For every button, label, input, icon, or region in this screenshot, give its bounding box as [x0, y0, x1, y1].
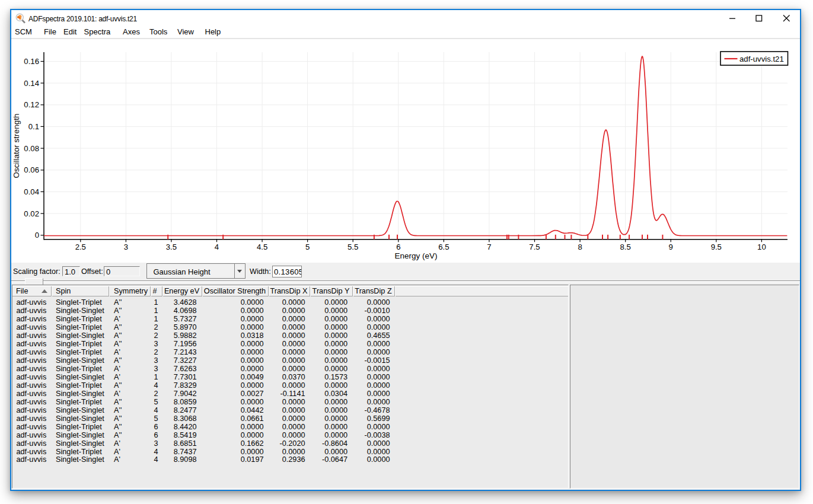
svg-text:0.1: 0.1	[28, 122, 39, 131]
svg-text:9.5: 9.5	[711, 243, 722, 251]
svg-text:0.16: 0.16	[24, 57, 39, 66]
svg-text:4.5: 4.5	[257, 243, 267, 251]
svg-text:0.06: 0.06	[24, 165, 39, 174]
svg-text:4: 4	[215, 243, 219, 251]
svg-text:6.5: 6.5	[438, 243, 449, 251]
svg-text:8.5: 8.5	[620, 243, 631, 251]
svg-text:0: 0	[35, 231, 39, 240]
svg-text:Energy (eV): Energy (eV)	[394, 251, 437, 260]
svg-text:0.12: 0.12	[24, 100, 39, 109]
svg-text:7: 7	[487, 243, 491, 251]
svg-text:10: 10	[757, 243, 766, 251]
svg-text:5.5: 5.5	[347, 243, 358, 251]
svg-text:0.08: 0.08	[24, 144, 39, 153]
svg-text:2.5: 2.5	[75, 243, 86, 251]
svg-text:0.14: 0.14	[24, 79, 39, 88]
svg-text:6: 6	[396, 243, 400, 251]
svg-text:7.5: 7.5	[529, 243, 540, 251]
svg-text:9: 9	[669, 243, 673, 251]
svg-text:5: 5	[305, 243, 310, 251]
svg-text:3: 3	[124, 243, 128, 251]
svg-text:0.04: 0.04	[24, 187, 39, 196]
svg-text:8: 8	[578, 243, 582, 251]
svg-text:3.5: 3.5	[166, 243, 177, 251]
svg-text:adf-uvvis.t21: adf-uvvis.t21	[739, 55, 784, 63]
svg-text:Oscillator strength: Oscillator strength	[12, 114, 21, 178]
svg-text:0.02: 0.02	[24, 209, 39, 218]
